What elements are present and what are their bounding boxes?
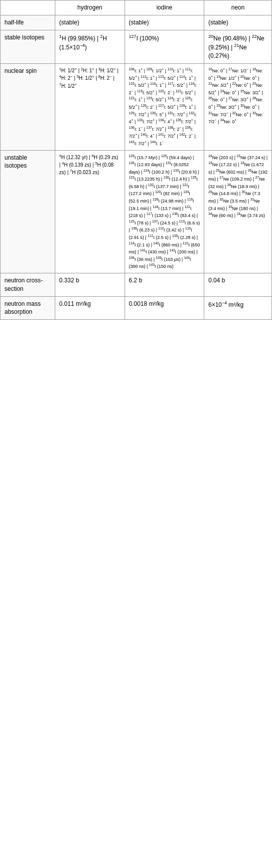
row-neutron-cross-section: neutron cross-section 0.332 b 6.2 b 0.04…	[0, 273, 272, 297]
cell-ne-neutron-mass-absorption: 6×10−4 m²/kg	[204, 296, 272, 320]
cell-h-stable: 1H (99.985%) | 2H (1.5×10−4)	[55, 30, 125, 63]
row-label-neutron-cross-section: neutron cross-section	[0, 273, 55, 297]
cell-h-neutron-cross-section: 0.332 b	[55, 273, 125, 297]
cell-i-neutron-mass-absorption: 0.0018 m²/kg	[125, 296, 204, 320]
row-label-neutron-mass-absorption: neutron mass absorption	[0, 296, 55, 320]
col-header-iodine: iodine	[125, 0, 204, 15]
cell-ne-neutron-cross-section: 0.04 b	[204, 273, 272, 297]
row-neutron-mass-absorption: neutron mass absorption 0.011 m²/kg 0.00…	[0, 296, 272, 320]
cell-ne-stable: 20Ne (90.48%) | 22Ne (9.25%) | 21Ne (0.2…	[204, 30, 272, 63]
cell-i-half-life: (stable)	[125, 15, 204, 30]
cell-h-nuclear-spin: 1H: 1/2+ | 2H: 1+ | 3H: 1/2+ | 4H: 2− | …	[55, 63, 125, 150]
row-label-half-life: half-life	[0, 15, 55, 30]
cell-ne-nuclear-spin: 16Ne: 0+ | 17Ne: 1/2− | 18Ne: 0+ | 19Ne:…	[204, 63, 272, 150]
cell-i-neutron-cross-section: 6.2 b	[125, 273, 204, 297]
row-unstable-isotopes: unstable isotopes 3H (12.32 yr) | 6H (0.…	[0, 150, 272, 273]
row-stable-isotopes: stable isotopes 1H (99.985%) | 2H (1.5×1…	[0, 30, 272, 63]
row-label-unstable-isotopes: unstable isotopes	[0, 150, 55, 273]
cell-ne-unstable: 24Ne (203 s) | 23Ne (37.24 s) | 19Ne (17…	[204, 150, 272, 273]
row-nuclear-spin: nuclear spin 1H: 1/2+ | 2H: 1+ | 3H: 1/2…	[0, 63, 272, 150]
cell-h-unstable: 3H (12.32 yr) | 6H (0.29 zs) | 4H (0.139…	[55, 150, 125, 273]
col-header-hydrogen: hydrogen	[55, 0, 125, 15]
col-header-neon: neon	[204, 0, 272, 15]
cell-h-neutron-mass-absorption: 0.011 m²/kg	[55, 296, 125, 320]
cell-i-stable: 127I (100%)	[125, 30, 204, 63]
row-label-nuclear-spin: nuclear spin	[0, 63, 55, 150]
row-half-life: half-life (stable) (stable) (stable)	[0, 15, 272, 30]
col-header-label	[0, 0, 55, 15]
cell-h-half-life: (stable)	[55, 15, 125, 30]
cell-i-unstable: 129I (15.7 Myr) | 125I (59.4 days) | 126…	[125, 150, 204, 273]
cell-ne-half-life: (stable)	[204, 15, 272, 30]
cell-i-nuclear-spin: 108I: 1+ | 109I: 1/2+ | 110I: 1+ | 111I:…	[125, 63, 204, 150]
row-label-stable-isotopes: stable isotopes	[0, 30, 55, 63]
